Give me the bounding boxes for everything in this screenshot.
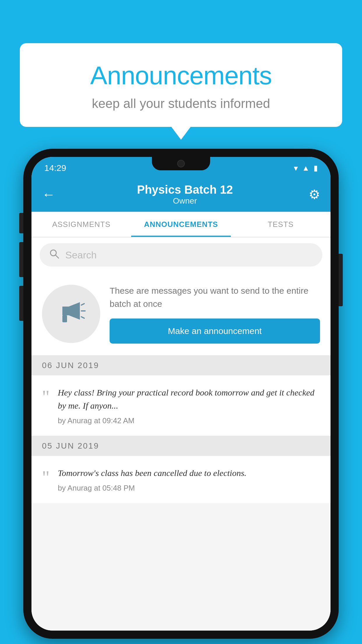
svg-line-5: [81, 304, 84, 305]
speech-bubble-title: Announcements: [31, 61, 331, 90]
app-bar: ← Physics Batch 12 Owner ⚙: [31, 177, 331, 212]
phone-btn-volume-down: [19, 286, 23, 321]
phone-screen: 14:29 ▾ ▲ ▮ ← Physics Batch 12 Owner ⚙: [31, 157, 331, 631]
date-label-2: 05 JUN 2019: [42, 441, 99, 450]
promo-description: These are messages you want to send to t…: [110, 284, 320, 310]
app-bar-title: Physics Batch 12: [61, 183, 309, 196]
announcement-meta-2: by Anurag at 05:48 PM: [58, 484, 320, 493]
signal-icon: ▲: [302, 164, 310, 173]
svg-line-1: [55, 255, 59, 258]
tab-announcements[interactable]: ANNOUNCEMENTS: [131, 212, 231, 237]
speech-bubble-card: Announcements keep all your students inf…: [20, 43, 342, 127]
announcement-item-1[interactable]: " Hey class! Bring your practical record…: [31, 375, 331, 436]
promo-icon-circle: [42, 285, 100, 343]
promo-card: These are messages you want to send to t…: [31, 272, 331, 356]
speech-bubble-section: Announcements keep all your students inf…: [20, 43, 342, 127]
svg-marker-2: [62, 307, 69, 315]
phone-camera: [177, 160, 185, 167]
megaphone-icon: [57, 296, 86, 332]
back-button[interactable]: ←: [42, 188, 55, 201]
announcement-text-2: Tomorrow's class has been cancelled due …: [58, 466, 320, 480]
app-bar-subtitle: Owner: [61, 196, 309, 206]
tab-tests[interactable]: TESTS: [231, 212, 331, 237]
announcement-item-2[interactable]: " Tomorrow's class has been cancelled du…: [31, 456, 331, 503]
date-separator-1: 06 JUN 2019: [31, 356, 331, 375]
phone-notch: [152, 157, 210, 170]
speech-bubble-subtitle: keep all your students informed: [31, 96, 331, 111]
search-icon: [49, 249, 59, 262]
settings-button[interactable]: ⚙: [309, 187, 320, 202]
battery-icon: ▮: [314, 164, 318, 173]
quote-icon-1: ": [42, 388, 50, 406]
date-separator-2: 05 JUN 2019: [31, 436, 331, 456]
date-label-1: 06 JUN 2019: [42, 361, 99, 370]
search-container: Search: [31, 237, 331, 272]
svg-marker-3: [69, 302, 80, 320]
announcement-content-2: Tomorrow's class has been cancelled due …: [58, 466, 320, 493]
phone-outer-shell: 14:29 ▾ ▲ ▮ ← Physics Batch 12 Owner ⚙: [23, 149, 339, 639]
status-icons: ▾ ▲ ▮: [294, 163, 318, 173]
tab-bar: ASSIGNMENTS ANNOUNCEMENTS TESTS: [31, 212, 331, 237]
announcement-text-1: Hey class! Bring your practical record b…: [58, 386, 320, 412]
content-area: Search: [31, 237, 331, 631]
phone-btn-volume-mute: [19, 213, 23, 233]
make-announcement-button[interactable]: Make an announcement: [110, 318, 320, 344]
svg-line-7: [81, 317, 84, 318]
phone-btn-volume-up: [19, 242, 23, 277]
announcement-content-1: Hey class! Bring your practical record b…: [58, 386, 320, 425]
phone-device: 14:29 ▾ ▲ ▮ ← Physics Batch 12 Owner ⚙: [23, 149, 339, 639]
phone-btn-power: [339, 254, 343, 306]
app-bar-title-area: Physics Batch 12 Owner: [61, 183, 309, 206]
search-bar[interactable]: Search: [40, 243, 322, 267]
promo-right: These are messages you want to send to t…: [110, 284, 320, 344]
tab-assignments[interactable]: ASSIGNMENTS: [31, 212, 131, 237]
status-time: 14:29: [44, 163, 66, 173]
svg-rect-4: [62, 315, 67, 322]
search-placeholder: Search: [65, 249, 97, 261]
wifi-icon: ▾: [294, 163, 298, 173]
announcement-meta-1: by Anurag at 09:42 AM: [58, 416, 320, 425]
quote-icon-2: ": [42, 468, 50, 487]
